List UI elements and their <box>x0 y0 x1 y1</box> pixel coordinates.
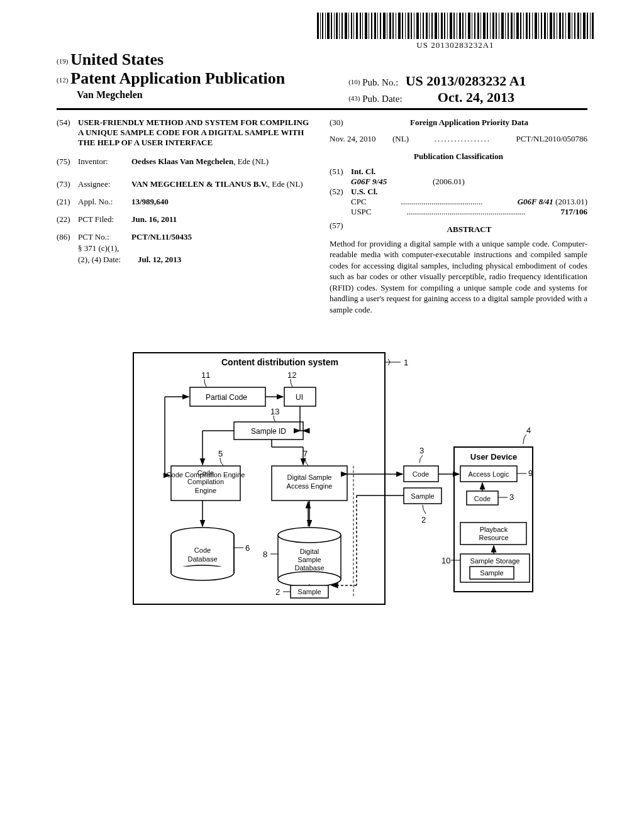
svg-text:Sample: Sample <box>297 556 321 563</box>
svg-rect-10 <box>345 13 347 39</box>
dots: ........................................… <box>372 207 561 217</box>
svg-text:Playback: Playback <box>480 526 508 533</box>
svg-rect-72 <box>532 13 533 39</box>
svg-rect-79 <box>553 13 555 39</box>
svg-rect-41 <box>438 13 439 39</box>
header-rule <box>57 108 587 110</box>
svg-text:UI: UI <box>296 393 303 402</box>
inid-title: (54) <box>57 118 78 148</box>
svg-rect-4 <box>327 13 330 39</box>
header-inventor: Van Megchelen <box>77 89 348 101</box>
svg-rect-7 <box>336 13 338 39</box>
svg-rect-83 <box>565 13 566 39</box>
svg-rect-75 <box>541 13 542 39</box>
svg-text:Access Logic: Access Logic <box>469 470 509 478</box>
svg-rect-17 <box>365 13 367 39</box>
svg-rect-71 <box>529 13 530 39</box>
svg-text:Sample: Sample <box>297 588 321 595</box>
svg-rect-37 <box>426 13 428 39</box>
svg-rect-73 <box>535 13 537 39</box>
svg-rect-30 <box>405 13 406 39</box>
svg-rect-19 <box>371 13 372 39</box>
svg-text:2: 2 <box>275 587 280 597</box>
inid-foreign: (30) <box>330 118 351 133</box>
svg-rect-88 <box>580 13 581 39</box>
svg-text:5: 5 <box>218 449 223 458</box>
svg-rect-8 <box>339 13 340 39</box>
svg-rect-15 <box>360 13 361 39</box>
publication-date: Oct. 24, 2013 <box>438 89 514 105</box>
svg-rect-129 <box>172 534 233 538</box>
svg-rect-80 <box>557 13 557 39</box>
inventor-label: Inventor: <box>78 157 131 167</box>
pctfiled-label: PCT Filed: <box>78 214 131 224</box>
svg-rect-69 <box>523 13 524 39</box>
s371-dates-label: (2), (4) Date: <box>78 255 138 265</box>
svg-rect-1 <box>320 13 321 39</box>
svg-rect-86 <box>574 13 575 39</box>
pct-filed-date: Jun. 16, 2011 <box>131 214 314 224</box>
s371-label: § 371 (c)(1), <box>78 243 314 253</box>
svg-rect-28 <box>398 13 401 39</box>
svg-rect-40 <box>435 13 437 39</box>
inid-inventor: (75) <box>57 157 78 167</box>
inid-pubdate: (43) <box>348 94 360 102</box>
svg-text:13: 13 <box>270 407 279 416</box>
inid-intcl: (51) <box>330 167 351 177</box>
svg-rect-29 <box>402 13 403 39</box>
svg-rect-60 <box>496 13 497 39</box>
svg-rect-11 <box>348 13 349 39</box>
svg-rect-65 <box>511 13 513 39</box>
svg-text:2: 2 <box>421 515 426 524</box>
uspc-value: 717/106 <box>560 207 587 217</box>
inventor-name: Oedses Klaas Van Megchelen <box>131 157 233 166</box>
svg-rect-43 <box>444 13 445 39</box>
cpc-version: (2013.01) <box>555 197 587 206</box>
svg-rect-56 <box>483 13 486 39</box>
svg-rect-85 <box>572 13 572 39</box>
svg-text:Resource: Resource <box>479 534 508 541</box>
svg-text:12: 12 <box>287 370 296 380</box>
intcl-symbol: G06F 9/45 <box>351 177 433 187</box>
svg-text:Compilation: Compilation <box>187 478 224 485</box>
svg-rect-92 <box>592 13 594 39</box>
inid-abstract: (57) <box>330 221 351 238</box>
svg-rect-22 <box>380 13 381 39</box>
inid-pubtype: (12) <box>57 76 68 84</box>
intcl-version: (2006.01) <box>433 177 465 187</box>
svg-text:Digital: Digital <box>300 548 319 555</box>
svg-rect-36 <box>423 13 424 39</box>
svg-rect-58 <box>490 13 491 39</box>
svg-rect-63 <box>505 13 506 39</box>
svg-rect-90 <box>587 13 588 39</box>
svg-text:Digital Sample: Digital Sample <box>287 473 332 481</box>
fig-title: Content distribution system <box>221 357 338 367</box>
svg-rect-0 <box>317 13 319 39</box>
svg-text:User Device: User Device <box>470 452 517 462</box>
svg-rect-16 <box>362 13 363 39</box>
svg-text:Code: Code <box>194 546 211 554</box>
svg-rect-25 <box>389 13 391 39</box>
svg-rect-31 <box>408 13 409 39</box>
foreign-date: Nov. 24, 2010 <box>330 133 392 145</box>
svg-rect-5 <box>331 13 332 39</box>
svg-rect-78 <box>550 13 552 39</box>
svg-rect-131 <box>172 567 233 574</box>
svg-text:Engine: Engine <box>195 487 216 494</box>
svg-rect-53 <box>474 13 475 39</box>
inid-country: (19) <box>57 57 68 65</box>
svg-text:Database: Database <box>187 555 217 563</box>
svg-text:Code: Code <box>474 495 491 502</box>
svg-rect-2 <box>322 13 323 39</box>
svg-rect-34 <box>416 13 419 39</box>
inid-pctno: (86) <box>57 232 78 242</box>
svg-rect-89 <box>583 13 586 39</box>
svg-rect-91 <box>590 13 591 39</box>
inid-applno: (21) <box>57 197 78 207</box>
svg-rect-76 <box>544 13 546 39</box>
svg-rect-66 <box>514 13 514 39</box>
svg-text:8: 8 <box>263 550 267 559</box>
uscl-label: U.S. Cl. <box>351 187 378 197</box>
inid-pctfiled: (22) <box>57 214 78 224</box>
svg-rect-6 <box>334 13 335 39</box>
